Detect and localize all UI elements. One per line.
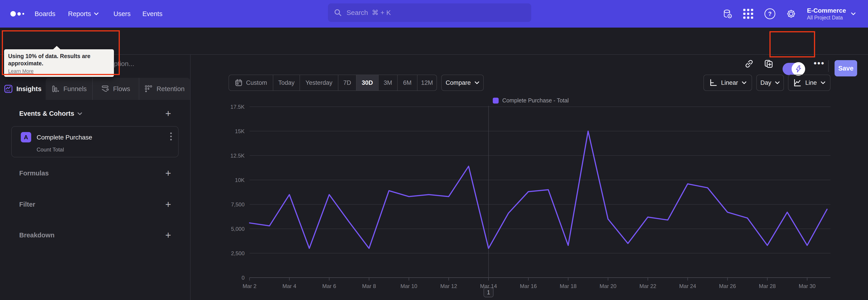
tab-retention[interactable]: Retention <box>139 78 190 100</box>
sampling-tooltip: Using 10% of data. Results are approxima… <box>4 49 114 77</box>
chart-type-selector[interactable]: Line <box>788 74 831 91</box>
range-12m[interactable]: 12M <box>417 75 436 90</box>
y-tick-label: 15K <box>235 128 245 134</box>
insights-icon <box>4 85 13 93</box>
funnels-icon <box>51 85 60 93</box>
event-card[interactable]: A Complete Purchase Count Total <box>11 126 179 157</box>
range-3m[interactable]: 3M <box>378 75 397 90</box>
learn-more-link[interactable]: Learn More <box>8 68 34 74</box>
events-cohorts-header[interactable]: Events & Cohorts <box>19 110 82 117</box>
range-yesterday[interactable]: Yesterday <box>300 75 338 90</box>
x-tick-label: Mar 2 <box>243 283 256 289</box>
global-search[interactable] <box>328 3 531 22</box>
x-tick-label: Mar 28 <box>759 283 776 289</box>
tab-funnels[interactable]: Funnels <box>46 78 92 100</box>
x-tick-label: Mar 20 <box>599 283 616 289</box>
divider <box>828 60 829 72</box>
range-7d[interactable]: 7D <box>338 75 356 90</box>
event-aggregation[interactable]: Count Total <box>37 147 64 153</box>
y-tick-label: 17.5K <box>230 104 245 110</box>
mixpanel-app: BoardsReportsUsersEvents ? E-Commerce Al… <box>0 0 868 300</box>
nav-link-events[interactable]: Events <box>143 0 162 28</box>
retention-icon <box>144 85 153 93</box>
nav-link-reports[interactable]: Reports <box>68 0 99 28</box>
chart-type-label: Line <box>805 79 817 86</box>
line-chart[interactable]: 02,5005,0007,50010K12.5K15K17.5K1Mar 2Ma… <box>217 104 836 298</box>
range-6m[interactable]: 6M <box>397 75 417 90</box>
save-button[interactable]: Save <box>835 60 857 77</box>
search-icon <box>334 8 342 17</box>
y-tick-label: 0 <box>242 275 245 281</box>
sampling-toggle[interactable] <box>782 63 804 75</box>
search-input[interactable] <box>346 8 505 17</box>
chart-legend[interactable]: Complete Purchase - Total <box>493 97 569 104</box>
x-tick-label: Mar 16 <box>520 283 537 289</box>
section-label: Filter <box>19 201 35 208</box>
x-tick-label: Mar 4 <box>283 283 296 289</box>
range-label: Today <box>278 79 294 86</box>
project-selector[interactable]: E-Commerce All Project Data <box>807 0 846 28</box>
settings-gear-icon[interactable] <box>785 0 798 28</box>
apps-grid-icon[interactable] <box>742 0 754 28</box>
event-kebab-menu[interactable] <box>170 132 172 140</box>
y-tick-label: 12.5K <box>230 153 245 159</box>
events-cohorts-label: Events & Cohorts <box>19 110 74 117</box>
range-label: 3M <box>383 79 392 86</box>
add-breakdown-button[interactable]: + <box>162 229 175 241</box>
line-chart-icon <box>793 79 802 87</box>
scale-label: Linear <box>721 79 738 86</box>
chevron-down-icon <box>775 81 780 84</box>
tab-flows[interactable]: Flows <box>92 78 139 100</box>
nav-link-users[interactable]: Users <box>114 0 131 28</box>
legend-label: Complete Purchase - Total <box>502 97 569 104</box>
copy-link-icon[interactable] <box>743 58 755 70</box>
chevron-down-icon <box>742 81 747 84</box>
tab-label: Funnels <box>63 85 87 93</box>
tab-label: Insights <box>16 85 41 93</box>
x-tick-label: Mar 24 <box>679 283 696 289</box>
y-tick-label: 5,000 <box>231 226 245 232</box>
calendar-icon <box>235 79 243 87</box>
chevron-down-icon <box>851 12 856 16</box>
series-line[interactable] <box>250 131 827 248</box>
axis-icon <box>709 79 717 87</box>
section-label: Formulas <box>19 170 49 177</box>
duplicate-icon[interactable] <box>763 58 774 70</box>
event-name: Complete Purchase <box>37 134 92 141</box>
nav-link-boards[interactable]: Boards <box>35 0 55 28</box>
tab-label: Retention <box>156 85 184 93</box>
help-icon[interactable]: ? <box>764 0 776 28</box>
report-title-bar: Untitled Sampled + Add description... ••… <box>0 28 868 55</box>
x-tick-label: Mar 12 <box>440 283 457 289</box>
range-label: Yesterday <box>305 79 332 86</box>
top-nav-bar: BoardsReportsUsersEvents ? E-Commerce Al… <box>0 0 868 28</box>
date-range-control: CustomTodayYesterday7D30D3M6M12M <box>228 74 437 91</box>
x-tick-label: Mar 10 <box>400 283 417 289</box>
add-formulas-button[interactable]: + <box>162 167 175 180</box>
tooltip-text: Using 10% of data. Results are approxima… <box>8 53 110 67</box>
range-label: Custom <box>246 79 267 86</box>
y-tick-label: 10K <box>235 177 245 183</box>
tab-insights[interactable]: Insights <box>0 78 46 100</box>
range-label: 6M <box>403 79 412 86</box>
add-event-button[interactable]: + <box>162 107 175 120</box>
mixpanel-logo-icon[interactable] <box>10 0 24 28</box>
project-scope: All Project Data <box>807 14 846 21</box>
more-options-button[interactable]: ••• <box>812 57 826 70</box>
scale-selector[interactable]: Linear <box>704 74 752 91</box>
interval-selector[interactable]: Day <box>756 74 784 91</box>
tab-label: Flows <box>113 85 130 93</box>
add-filter-button[interactable]: + <box>162 198 175 211</box>
range-today[interactable]: Today <box>273 75 300 90</box>
legend-swatch <box>493 98 499 103</box>
section-label: Breakdown <box>19 232 55 239</box>
compare-button[interactable]: Compare <box>441 74 484 91</box>
data-management-icon[interactable] <box>721 0 734 28</box>
tab-separator <box>92 78 93 100</box>
flows-icon <box>101 85 110 93</box>
range-30d[interactable]: 30D <box>356 75 378 90</box>
range-custom[interactable]: Custom <box>229 75 273 90</box>
x-tick-label: Mar 30 <box>799 283 815 289</box>
project-name: E-Commerce <box>807 7 846 14</box>
interval-label: Day <box>761 79 771 86</box>
